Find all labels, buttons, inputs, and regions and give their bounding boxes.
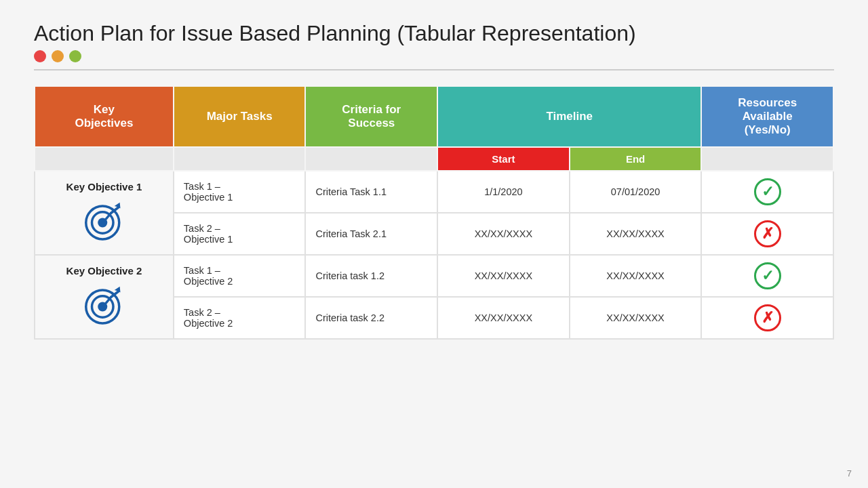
table-row: Key Objective 2 Task (35, 255, 833, 297)
main-table: KeyObjectives Major Tasks Criteria forSu… (34, 85, 834, 340)
obj-label-2: Key Objective 2 (41, 265, 167, 277)
table-wrapper: KeyObjectives Major Tasks Criteria forSu… (34, 85, 834, 468)
th-resources: ResourcesAvailable(Yes/No) (701, 86, 833, 147)
start-cell-1-1: 1/1/2020 (437, 171, 570, 213)
table-row: Key Objective 1 (35, 171, 833, 213)
th-objectives: KeyObjectives (35, 86, 174, 147)
start-cell-2-1: XX/XX/XXXX (437, 255, 570, 297)
th-end: End (570, 147, 702, 171)
header-row-sub: Start End (35, 147, 833, 171)
check-icon-2: ✓ (754, 262, 781, 289)
header-row-main: KeyObjectives Major Tasks Criteria forSu… (35, 86, 833, 147)
end-cell-1-1: 07/01/2020 (570, 171, 702, 213)
dot-orange (52, 50, 64, 62)
resource-cell-1-2: ✗ (701, 213, 833, 255)
obj-cell-2: Key Objective 2 (35, 255, 174, 339)
task-cell-2-1: Task 1 –Objective 2 (174, 255, 306, 297)
end-cell-2-1: XX/XX/XXXX (570, 255, 702, 297)
criteria-cell-2-1: Criteria task 1.2 (305, 255, 437, 297)
obj-label-1: Key Objective 1 (41, 181, 167, 192)
slide-title: Action Plan for Issue Based Planning (Ta… (34, 20, 834, 46)
th-criteria: Criteria forSuccess (305, 86, 437, 147)
resource-cell-1-1: ✓ (701, 171, 833, 213)
obj-cell-1: Key Objective 1 (35, 171, 174, 255)
x-icon-2: ✗ (754, 304, 781, 331)
check-icon-1: ✓ (754, 178, 781, 205)
end-cell-2-2: XX/XX/XXXX (570, 297, 702, 339)
x-icon-1: ✗ (754, 220, 781, 247)
target-icon-1 (80, 197, 127, 244)
th-sub-empty1 (35, 147, 174, 171)
task-cell-1-1: Task 1 –Objective 1 (174, 171, 306, 213)
task-cell-1-2: Task 2 –Objective 1 (174, 213, 306, 255)
criteria-cell-2-2: Criteria task 2.2 (305, 297, 437, 339)
dot-red (34, 50, 46, 62)
th-tasks: Major Tasks (174, 86, 306, 147)
title-section: Action Plan for Issue Based Planning (Ta… (34, 20, 834, 80)
th-sub-empty3 (305, 147, 437, 171)
end-cell-1-2: XX/XX/XXXX (570, 213, 702, 255)
th-sub-empty4 (701, 147, 833, 171)
divider-line (34, 69, 834, 70)
obj-icon-1 (41, 197, 167, 244)
target-icon-2 (80, 281, 127, 328)
page-number: 7 (847, 468, 852, 479)
start-cell-2-2: XX/XX/XXXX (437, 297, 570, 339)
task-cell-2-2: Task 2 –Objective 2 (174, 297, 306, 339)
obj-icon-2 (41, 281, 167, 328)
criteria-cell-1-2: Criteria Task 2.1 (305, 213, 437, 255)
th-timeline: Timeline (437, 86, 701, 147)
resource-cell-2-2: ✗ (701, 297, 833, 339)
dots-row (34, 50, 834, 62)
start-cell-1-2: XX/XX/XXXX (437, 213, 570, 255)
slide: Action Plan for Issue Based Planning (Ta… (0, 0, 868, 488)
th-sub-empty2 (174, 147, 306, 171)
resource-cell-2-1: ✓ (701, 255, 833, 297)
th-start: Start (437, 147, 570, 171)
dot-green (69, 50, 81, 62)
criteria-cell-1-1: Criteria Task 1.1 (305, 171, 437, 213)
